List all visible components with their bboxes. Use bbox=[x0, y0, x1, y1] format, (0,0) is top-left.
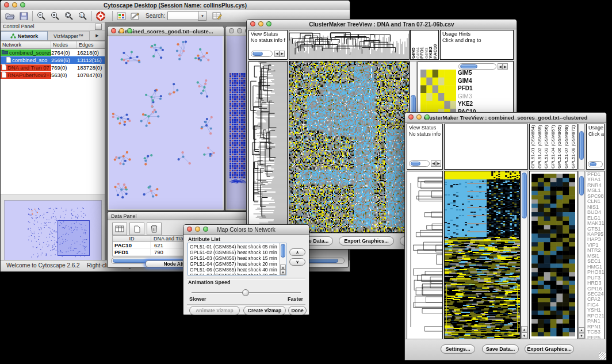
gene-label[interactable]: GIM3 bbox=[458, 93, 476, 101]
scroll-right-arrow[interactable]: ▶ bbox=[280, 51, 285, 57]
animate-vizmap-button[interactable]: Animate Vizmap bbox=[189, 306, 240, 315]
treeview-front-title-bar[interactable]: ClusterMaker TreeView : combined_scores_… bbox=[405, 113, 606, 123]
delete-attribute-icon[interactable] bbox=[147, 223, 162, 235]
export-graphics-button[interactable]: Export Graphics... bbox=[339, 236, 394, 246]
scroll-thumb[interactable] bbox=[590, 162, 596, 166]
scroll-up-arrow[interactable]: ▲ bbox=[521, 326, 527, 332]
done-button[interactable]: Done bbox=[288, 306, 307, 315]
zoom-fit-icon[interactable]: 1:1 bbox=[76, 10, 90, 22]
new-attribute-icon[interactable] bbox=[129, 223, 144, 235]
attribute-item[interactable]: GPL51-07 (GSM868) heat shock 60 min bbox=[190, 273, 286, 275]
zoom-selected-icon[interactable] bbox=[62, 10, 76, 22]
float-panel-icon[interactable] bbox=[95, 24, 102, 30]
settings-button[interactable]: Settings... bbox=[441, 344, 475, 354]
column-label[interactable]: GPL51-06 (GSM865) bbox=[557, 125, 562, 168]
column-dendrogram[interactable] bbox=[289, 30, 409, 59]
close-button[interactable] bbox=[229, 28, 234, 33]
attribute-item[interactable]: GPL51-02 (GSM855) heat shock 10 min bbox=[190, 250, 286, 255]
scroll-up-arrow[interactable]: ▲ bbox=[579, 327, 584, 333]
vscroll-thumb[interactable] bbox=[579, 131, 584, 160]
column-label[interactable]: PAC10 bbox=[433, 44, 438, 59]
close-button[interactable] bbox=[4, 2, 9, 7]
minimize-button[interactable] bbox=[237, 28, 242, 33]
minimize-button[interactable] bbox=[195, 227, 200, 232]
tab-overflow-button[interactable]: ▶ bbox=[89, 31, 105, 40]
column-labels-vscrollbar[interactable] bbox=[578, 124, 585, 170]
help-lifebuoy-icon[interactable] bbox=[94, 10, 108, 22]
network-overview[interactable] bbox=[4, 200, 102, 265]
attribute-item[interactable]: GPL51-03 (GSM856) heat shock 15 min bbox=[190, 255, 286, 261]
vscroll-thumb[interactable] bbox=[281, 244, 285, 258]
scroll-thumb[interactable] bbox=[411, 162, 420, 166]
annotation-icon[interactable] bbox=[114, 10, 128, 22]
view-status-scrollbar[interactable] bbox=[409, 160, 430, 167]
zoom-button[interactable] bbox=[266, 21, 271, 26]
gene-label[interactable]: GIM4 bbox=[458, 77, 476, 85]
heatmap-global-view[interactable] bbox=[445, 171, 520, 339]
row-dendrogram[interactable] bbox=[407, 171, 442, 339]
zoom-button[interactable] bbox=[20, 2, 25, 7]
scroll-right-arrow[interactable]: ▶ bbox=[503, 63, 508, 70]
network-row[interactable]: RNAPuberNov2+I 563(0) 107847(0) bbox=[1, 71, 105, 79]
scroll-down-arrow[interactable]: ▼ bbox=[280, 270, 286, 275]
attribute-item[interactable]: GPL51-06 (GSM865) heat shock 40 min bbox=[190, 267, 286, 273]
resize-grip[interactable] bbox=[599, 352, 606, 359]
animation-slider[interactable] bbox=[192, 289, 301, 296]
window-controls[interactable] bbox=[4, 2, 25, 7]
dialog-title-bar[interactable]: Map Colors to Network bbox=[183, 225, 309, 235]
close-button[interactable] bbox=[250, 21, 255, 26]
column-label[interactable]: GPL51-01 (GSM854) bbox=[530, 125, 536, 168]
column-tree-panel[interactable] bbox=[444, 124, 528, 170]
scroll-left-arrow[interactable]: ◀ bbox=[498, 63, 503, 70]
heatmap-global-view[interactable] bbox=[289, 62, 409, 232]
minimize-button[interactable] bbox=[12, 2, 17, 7]
listbox-vscrollbar[interactable]: ▲ ▼ bbox=[280, 243, 286, 275]
scroll-thumb[interactable] bbox=[460, 64, 477, 68]
attribute-editor-icon[interactable] bbox=[210, 10, 224, 22]
scroll-up-arrow[interactable]: ▲ bbox=[280, 265, 286, 270]
heatmap-zoom-view[interactable] bbox=[420, 70, 456, 117]
minimize-button[interactable] bbox=[258, 21, 263, 26]
scroll-down-arrow[interactable]: ▼ bbox=[521, 332, 527, 339]
close-button[interactable] bbox=[408, 114, 414, 120]
heatmap-zoom-view[interactable] bbox=[531, 174, 575, 336]
create-vizmap-button[interactable]: Create Vizmap bbox=[243, 306, 286, 315]
column-label[interactable]: GPL51-02 (GSM855) bbox=[537, 125, 542, 168]
zoom-button[interactable] bbox=[127, 28, 132, 33]
search-input[interactable] bbox=[167, 12, 198, 20]
row-dendrogram[interactable] bbox=[249, 62, 287, 232]
zoom-in-icon[interactable] bbox=[48, 10, 62, 22]
scroll-left-arrow[interactable]: ◀ bbox=[431, 160, 436, 167]
table-mode-icon[interactable] bbox=[112, 223, 127, 235]
main-title-bar[interactable]: Cytoscape Desktop (Session Name: collins… bbox=[1, 1, 350, 10]
close-button[interactable] bbox=[187, 227, 192, 232]
column-labels[interactable]: GIM5GIM4PFD1GIM3YKE2PAC10 bbox=[411, 30, 438, 59]
attribute-item[interactable]: GPL51-01 (GSM854) heat shock 05 min bbox=[190, 244, 286, 250]
network-canvas[interactable] bbox=[109, 36, 223, 209]
gene-label[interactable]: GIM5 bbox=[458, 69, 476, 77]
gene-list-vscrollbar[interactable]: ▲ ▼ bbox=[578, 171, 585, 339]
zoom-button[interactable] bbox=[203, 227, 208, 232]
column-label[interactable]: GPL51-03 (GSM856) bbox=[544, 125, 549, 168]
zoom-out-icon[interactable] bbox=[35, 10, 48, 22]
gene-label[interactable]: PFD1 bbox=[458, 85, 476, 93]
save-data-button[interactable]: Save Data... bbox=[482, 344, 519, 354]
scroll-down-arrow[interactable]: ▼ bbox=[579, 333, 584, 339]
move-up-button[interactable]: ∧ bbox=[289, 248, 305, 256]
treeview-back-title-bar[interactable]: ClusterMaker TreeView : DNA and Tran 07-… bbox=[247, 20, 517, 29]
tab-network[interactable]: Network bbox=[1, 31, 48, 40]
network-row[interactable]: combined_sco 2569(6) 13112(15) bbox=[1, 56, 105, 64]
tab-vizmapper[interactable]: VizMapper™ bbox=[48, 31, 89, 40]
minimize-button[interactable] bbox=[416, 114, 422, 120]
save-icon[interactable] bbox=[17, 10, 30, 22]
minimize-button[interactable] bbox=[119, 28, 124, 33]
scroll-right-arrow[interactable]: ▶ bbox=[436, 160, 441, 167]
column-label[interactable]: GPL51-04 (GSM857) bbox=[550, 125, 556, 168]
attribute-listbox[interactable]: GPL51-01 (GSM854) heat shock 05 minGPL51… bbox=[188, 243, 286, 275]
col-header-id[interactable]: ID bbox=[113, 236, 151, 242]
scroll-thumb[interactable] bbox=[253, 52, 263, 56]
open-file-icon[interactable] bbox=[3, 10, 17, 22]
slider-thumb[interactable] bbox=[242, 289, 249, 296]
network-row[interactable]: combined_scores 2764(0) 16218(0) bbox=[1, 49, 105, 56]
heatmap-vscrollbar[interactable]: ▲ ▼ bbox=[521, 171, 528, 339]
